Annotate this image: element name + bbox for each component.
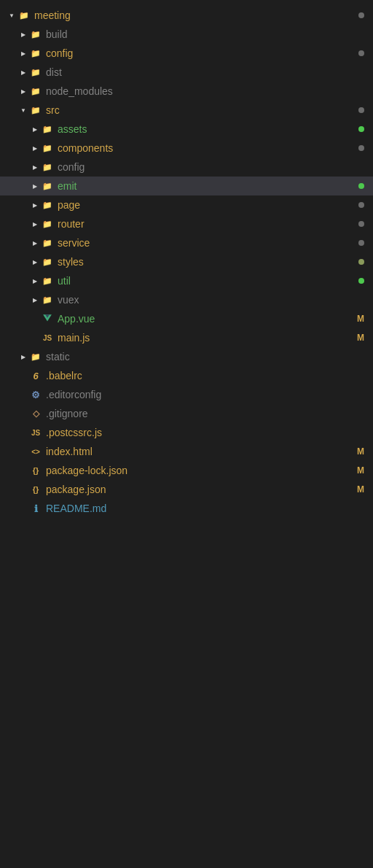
chevron-icon (29, 256, 41, 268)
git-badge: M (357, 314, 364, 324)
item-label: config (46, 47, 353, 59)
item-label: assets (58, 123, 353, 135)
chevron-icon (17, 47, 29, 59)
folder-icon: 📁 (41, 179, 54, 193)
item-label: config (58, 161, 364, 173)
item-label: node_modules (46, 85, 364, 97)
chevron-icon (29, 142, 41, 154)
tree-item-package.json[interactable]: {}package.jsonM (0, 480, 373, 499)
tree-item-service[interactable]: 📁service (0, 233, 373, 252)
item-label: meeting (34, 9, 353, 21)
item-label: service (58, 237, 353, 249)
folder-icon: 📁 (29, 350, 42, 363)
vue-icon (41, 312, 54, 325)
status-dot (358, 126, 364, 132)
json-icon: {} (29, 483, 42, 496)
file-tree: 📁meeting📁build📁config📁dist📁node_modules📁… (0, 0, 373, 524)
tree-item-emit[interactable]: 📁emit (0, 177, 373, 195)
status-dot (358, 145, 364, 151)
tree-item-index.html[interactable]: <>index.htmlM (0, 442, 373, 461)
folder-icon: 📁 (41, 160, 54, 174)
folder-icon: 📁 (41, 217, 54, 230)
info-icon: ℹ (29, 502, 42, 515)
item-label: styles (58, 256, 353, 268)
tree-item-components[interactable]: 📁components (0, 139, 373, 158)
js-icon: JS (41, 331, 54, 344)
item-label: router (58, 218, 353, 230)
tree-item-router[interactable]: 📁router (0, 214, 373, 233)
git-badge: M (357, 446, 364, 457)
status-dot (358, 202, 364, 208)
tree-item-main.js[interactable]: JSmain.jsM (0, 328, 373, 347)
chevron-icon (17, 351, 29, 363)
status-dot (358, 183, 364, 189)
tree-item-page[interactable]: 📁page (0, 195, 373, 214)
tree-item-config[interactable]: 📁config (0, 44, 373, 63)
item-label: README.md (46, 503, 364, 514)
item-label: main.js (58, 332, 351, 344)
item-label: .editorconfig (46, 389, 364, 400)
item-label: build (46, 28, 364, 40)
tree-item-config-src[interactable]: 📁config (0, 158, 373, 177)
tree-item-vuex[interactable]: 📁vuex (0, 290, 373, 309)
tree-item-.babelrc[interactable]: 6.babelrc (0, 366, 373, 385)
json-icon: {} (29, 464, 42, 477)
tree-item-.postcssrc.js[interactable]: JS.postcssrc.js (0, 423, 373, 442)
status-dot (358, 107, 364, 113)
tree-item-package-lock.json[interactable]: {}package-lock.jsonM (0, 461, 373, 480)
item-label: static (46, 351, 364, 363)
item-label: util (58, 275, 353, 287)
chevron-icon (17, 85, 29, 97)
git-badge: M (357, 465, 364, 476)
folder-icon: 📁 (29, 28, 42, 41)
chevron-icon (29, 199, 41, 211)
folder-icon: 📁 (41, 198, 54, 212)
folder-icon: 📁 (17, 9, 31, 22)
item-label: emit (58, 180, 353, 192)
tree-item-README.md[interactable]: ℹREADME.md (0, 499, 373, 518)
item-label: package.json (46, 484, 351, 495)
git-badge: M (357, 333, 364, 343)
status-dot (358, 50, 364, 56)
folder-icon: 📁 (29, 104, 42, 117)
chevron-icon (17, 28, 29, 40)
chevron-icon (29, 294, 41, 306)
chevron-icon (29, 123, 41, 135)
tree-item-dist[interactable]: 📁dist (0, 63, 373, 82)
item-label: .gitignore (46, 408, 364, 419)
folder-icon: 📁 (41, 236, 54, 249)
gear-icon: ⚙ (29, 388, 42, 401)
babel-icon: 6 (29, 369, 42, 382)
tree-item-static[interactable]: 📁static (0, 347, 373, 366)
chevron-icon (29, 180, 41, 192)
tree-item-build[interactable]: 📁build (0, 25, 373, 44)
tree-item-meeting[interactable]: 📁meeting (0, 6, 373, 25)
folder-icon: 📁 (29, 47, 42, 60)
chevron-icon (6, 9, 17, 21)
item-label: .postcssrc.js (46, 427, 364, 438)
tree-item-styles[interactable]: 📁styles (0, 252, 373, 271)
item-label: src (46, 104, 353, 116)
item-label: package-lock.json (46, 465, 351, 476)
html-icon: <> (29, 445, 42, 458)
status-dot (358, 240, 364, 246)
chevron-icon (17, 104, 29, 116)
tree-item-util[interactable]: 📁util (0, 271, 373, 290)
item-label: page (58, 199, 353, 211)
chevron-icon (17, 66, 29, 78)
tree-item-.gitignore[interactable]: ◇.gitignore (0, 404, 373, 423)
tree-item-src[interactable]: 📁src (0, 101, 373, 120)
git-badge: M (357, 484, 364, 495)
chevron-icon (29, 161, 41, 173)
status-dot (358, 221, 364, 227)
tree-item-App.vue[interactable]: App.vueM (0, 309, 373, 328)
folder-icon: 📁 (41, 274, 54, 287)
item-label: index.html (46, 446, 351, 457)
tree-item-.editorconfig[interactable]: ⚙.editorconfig (0, 385, 373, 404)
tree-item-assets[interactable]: 📁assets (0, 120, 373, 139)
folder-icon: 📁 (41, 255, 54, 268)
folder-icon: 📁 (41, 142, 54, 155)
tree-item-node_modules[interactable]: 📁node_modules (0, 82, 373, 101)
folder-icon: 📁 (29, 66, 42, 79)
item-label: App.vue (58, 313, 351, 325)
